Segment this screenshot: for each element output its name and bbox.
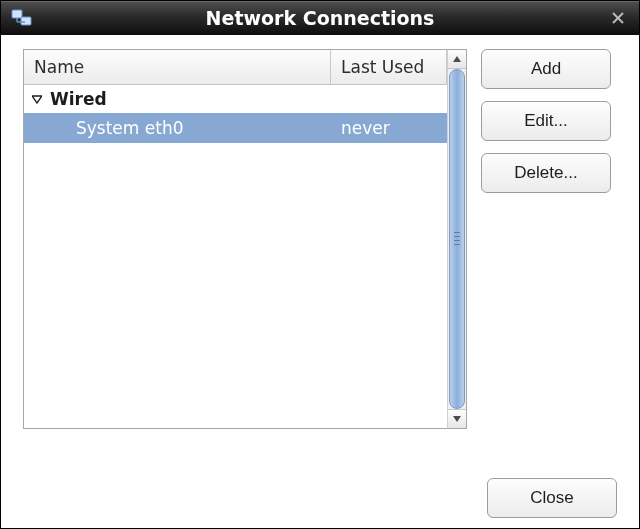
scrollbar-grip-icon: [454, 232, 460, 246]
scrollbar-down-icon[interactable]: [448, 409, 466, 428]
dialog-content: Name Last Used Wired: [1, 35, 639, 529]
connection-group-label: Wired: [50, 89, 107, 109]
svg-marker-8: [453, 416, 461, 422]
connections-tree[interactable]: Name Last Used Wired: [23, 49, 447, 429]
close-icon[interactable]: [607, 7, 629, 29]
delete-button[interactable]: Delete...: [481, 153, 611, 193]
connection-row-selected[interactable]: System eth0 never: [24, 113, 447, 143]
scrollbar-up-icon[interactable]: [448, 50, 466, 69]
close-button[interactable]: Close: [487, 478, 617, 518]
vertical-scrollbar[interactable]: [447, 49, 467, 429]
svg-rect-0: [12, 10, 22, 18]
network-connections-icon: [11, 7, 33, 29]
scrollbar-thumb[interactable]: [449, 69, 465, 409]
action-buttons: Add Edit... Delete...: [481, 49, 611, 429]
titlebar[interactable]: Network Connections: [1, 1, 639, 35]
triangle-down-icon[interactable]: [30, 92, 44, 106]
connection-last-used: never: [331, 118, 447, 138]
svg-marker-6: [32, 96, 42, 103]
network-connections-window: Network Connections Name Last Used: [0, 0, 640, 529]
main-row: Name Last Used Wired: [23, 49, 617, 429]
svg-marker-7: [453, 56, 461, 62]
connections-panel: Name Last Used Wired: [23, 49, 467, 429]
svg-rect-1: [21, 17, 31, 25]
edit-button[interactable]: Edit...: [481, 101, 611, 141]
tree-headers[interactable]: Name Last Used: [24, 50, 447, 85]
scrollbar-track[interactable]: [448, 69, 466, 409]
window-title: Network Connections: [1, 7, 639, 29]
dialog-footer: Close: [23, 468, 617, 518]
column-header-last-used[interactable]: Last Used: [331, 50, 447, 84]
connection-name: System eth0: [24, 118, 331, 138]
tree-body[interactable]: Wired System eth0 never: [24, 85, 447, 428]
add-button[interactable]: Add: [481, 49, 611, 89]
column-header-name[interactable]: Name: [24, 50, 331, 84]
connection-group-wired[interactable]: Wired: [24, 85, 447, 113]
